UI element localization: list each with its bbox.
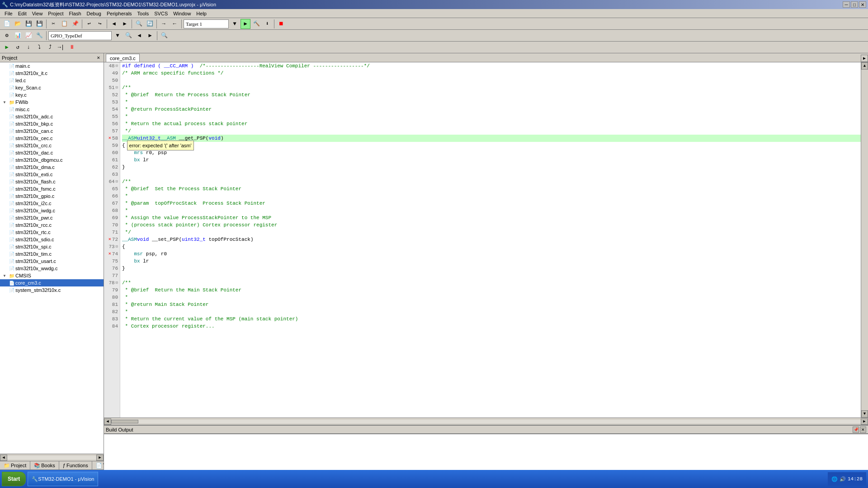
tree-item-usart[interactable]: 📄 stm32f10x_usart.c [0,258,104,265]
minimize-button[interactable]: ─ [843,1,850,8]
tree-item-system[interactable]: 📄 system_stm32f10x.c [0,286,104,294]
save-all-btn[interactable]: 💾 [34,19,44,29]
tree-item-can[interactable]: 📄 stm32f10x_can.c [0,127,104,135]
copy-btn[interactable]: 📋 [59,19,69,29]
build-output-pin-btn[interactable]: 📌 [853,427,859,433]
tab-project[interactable]: 📁 Project [0,461,30,470]
h-scroll-track[interactable] [111,420,861,423]
download-btn[interactable]: ⬇ [262,19,272,29]
tree-item-bkp[interactable]: 📄 stm32f10x_bkp.c [0,120,104,127]
unindent-btn[interactable]: ← [170,19,179,29]
build-btn[interactable]: ▶ [241,19,250,29]
tree-item-rcc[interactable]: 📄 stm32f10x_rcc.c [0,221,104,229]
tab-scroll-right[interactable]: ▶ [861,55,868,62]
tree-item-dac[interactable]: 📄 stm32f10x_dac.c [0,149,104,156]
step-btn[interactable]: ↓ [24,42,33,52]
tree-item-pwr[interactable]: 📄 stm32f10x_pwr.c [0,214,104,221]
new-file-btn[interactable]: 📄 [2,19,12,29]
h-scroll-right-btn[interactable]: ▶ [861,418,868,425]
tree-item-rtc[interactable]: 📄 stm32f10x_rtc.c [0,229,104,236]
menu-debug[interactable]: Debug [84,10,104,17]
open-btn[interactable]: 📂 [13,19,23,29]
target-dropdown[interactable]: Target 1 [184,19,229,28]
tree-item-tim[interactable]: 📄 stm32f10x_tim.c [0,250,104,258]
tree-item-keyscan[interactable]: 📄 key_Scan.c [0,84,104,91]
menu-flash[interactable]: Flash [66,10,84,17]
tree-item-sdio[interactable]: 📄 stm32f10x_sdio.c [0,236,104,243]
tree-item-exti[interactable]: 📄 stm32f10x_exti.c [0,171,104,178]
stepover-btn[interactable]: ⤵ [34,42,44,52]
scroll-down-btn[interactable]: ▼ [861,410,868,418]
target-dropdown-arrow[interactable]: ▼ [230,19,240,29]
build-output-content[interactable] [104,434,868,470]
build-output-close-btn[interactable]: ✕ [860,427,866,433]
menu-project[interactable]: Project [45,10,66,17]
run-btn[interactable]: ▶ [2,42,12,52]
logic-btn[interactable]: 📊 [13,31,23,41]
zoom-btn[interactable]: 🔍 [159,31,169,41]
tree-item-fsmc[interactable]: 📄 stm32f10x_fsmc.c [0,185,104,192]
sidebar-scrollbar[interactable]: ◀ ▶ [0,454,104,461]
symbol-dropdown[interactable]: GPIO_TypeDef [48,31,112,40]
tree-folder-fwlib[interactable]: ▼ 📁 FWlib [0,99,104,106]
tree-item-i2c[interactable]: 📄 stm32f10x_i2c.c [0,200,104,207]
menu-file[interactable]: File [2,10,15,17]
code-content[interactable]: #if defined ( __CC_ARM ) /*-------------… [120,62,861,418]
symbol-dropdown-arrow[interactable]: ▼ [113,31,123,41]
paste-btn[interactable]: 📌 [70,19,80,29]
tree-item-iwdg[interactable]: 📄 stm32f10x_iwdg.c [0,207,104,214]
tree-item-dbgmcu[interactable]: 📄 stm32f10x_dbgmcu.c [0,156,104,164]
tab-functions[interactable]: ƒ Functions [59,461,92,470]
reset-btn[interactable]: ↺ [13,42,23,52]
sidebar-close-btn[interactable]: ✕ [95,55,102,61]
menu-help[interactable]: Help [193,10,209,17]
tree-item-keyc[interactable]: 📄 key.c [0,91,104,99]
trace-btn[interactable]: 📈 [24,31,33,41]
menu-edit[interactable]: Edit [15,10,29,17]
find-btn[interactable]: 🔍 [134,19,144,29]
tree-item-spi[interactable]: 📄 stm32f10x_spi.c [0,243,104,250]
tree-folder-cmsis[interactable]: ▼ 📁 CMSIS [0,272,104,279]
taskbar-uvision[interactable]: 🔧 STM32-DEMO1 - μVision [28,472,98,486]
settings-btn[interactable]: 🔧 [34,31,44,41]
menu-view[interactable]: View [29,10,46,17]
menu-tools[interactable]: Tools [135,10,152,17]
menu-svcs[interactable]: SVCS [151,10,170,17]
tree-item-crc[interactable]: 📄 stm32f10x_crc.c [0,142,104,149]
vertical-scrollbar[interactable]: ▲ ▼ [861,62,868,418]
symbol-find-btn[interactable]: 🔍 [123,31,133,41]
redo-btn[interactable]: ↪ [95,19,105,29]
scroll-track[interactable] [7,456,96,460]
save-btn[interactable]: 💾 [24,19,33,29]
periph-btn[interactable]: ⚙ [2,31,12,41]
tree-item-mainc[interactable]: 📄 main.c [0,62,104,70]
horizontal-scrollbar[interactable]: ◀ ▶ [104,418,868,425]
menu-window[interactable]: Window [170,10,193,17]
tree-item-cec[interactable]: 📄 stm32f10x_cec.c [0,135,104,142]
menu-peripherals[interactable]: Peripherals [104,10,135,17]
tree-item-adc[interactable]: 📄 stm32f10x_adc.c [0,113,104,120]
break-btn[interactable]: ⏸ [67,42,77,52]
symbol-prev-btn[interactable]: ◀ [134,31,144,41]
stepout-btn[interactable]: ⤴ [45,42,55,52]
close-button[interactable]: ✕ [859,1,866,8]
tab-books[interactable]: 📚 Books [30,461,59,470]
scroll-right-btn[interactable]: ▶ [96,455,104,461]
editor-tab-corecm3[interactable]: core_cm3.c [106,54,140,62]
start-button[interactable]: Start [2,472,26,486]
forward-btn[interactable]: ▶ [120,19,130,29]
rebuild-btn[interactable]: 🔨 [251,19,261,29]
tree-item-dma[interactable]: 📄 stm32f10x_dma.c [0,164,104,171]
indent-btn[interactable]: → [159,19,169,29]
scroll-left-btn[interactable]: ◀ [0,455,7,461]
tree-item-flash[interactable]: 📄 stm32f10x_flash.c [0,178,104,185]
tree-item-gpio[interactable]: 📄 stm32f10x_gpio.c [0,192,104,200]
replace-btn[interactable]: 🔄 [145,19,155,29]
cut-btn[interactable]: ✂️ [48,19,58,29]
tree-item-wwdg[interactable]: 📄 stm32f10x_wwdg.c [0,265,104,272]
tree-item-misc[interactable]: 📄 misc.c [0,106,104,113]
tree-item-stm32it[interactable]: 📄 stm32f10x_it.c [0,70,104,77]
maximize-button[interactable]: □ [851,1,858,8]
run-to-btn[interactable]: →| [56,42,66,52]
scroll-track-v[interactable] [861,70,868,410]
